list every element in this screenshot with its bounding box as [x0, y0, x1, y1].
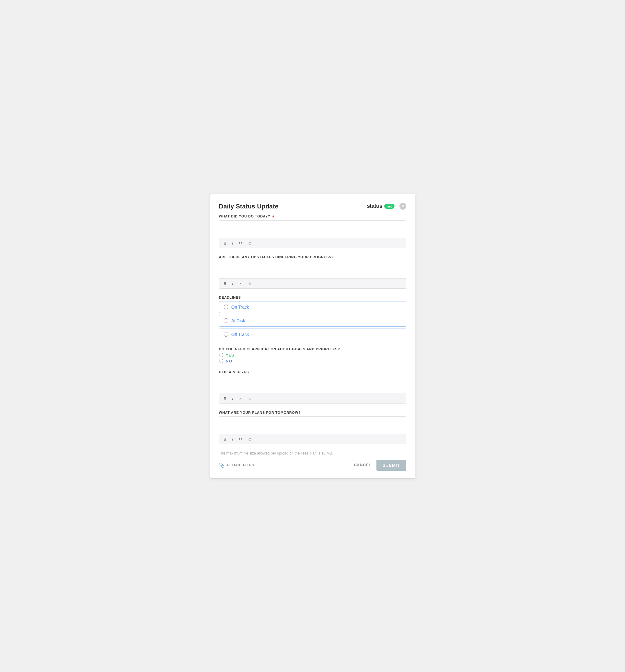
submit-button[interactable]: SUBMIT — [377, 460, 406, 471]
italic-button-4[interactable]: I — [231, 436, 235, 442]
deadline-on-track[interactable]: On Track — [219, 301, 406, 313]
deadline-at-risk[interactable]: At Risk — [219, 315, 406, 327]
emoji-button-3[interactable]: ☺ — [247, 396, 253, 402]
tomorrow-editor: B I ⚯ ☺ — [219, 416, 406, 444]
tomorrow-toolbar: B I ⚯ ☺ — [219, 434, 406, 444]
modal-container: Daily Status Update status net × WHAT DI… — [210, 194, 415, 479]
italic-button-3[interactable]: I — [231, 396, 235, 402]
link-button-1[interactable]: ⚯ — [238, 240, 244, 246]
brand-area: status net × — [367, 203, 406, 210]
bold-button-2[interactable]: B — [222, 281, 228, 287]
close-button[interactable]: × — [400, 203, 406, 210]
emoji-button-2[interactable]: ☺ — [247, 281, 253, 287]
field-today-editor: B I ⚯ ☺ — [219, 220, 406, 248]
deadline-off-track-label: Off Track — [232, 332, 249, 337]
link-button-4[interactable]: ⚯ — [238, 436, 244, 442]
cancel-button[interactable]: CANCEL — [354, 463, 371, 467]
modal-header: Daily Status Update status net × — [219, 203, 406, 210]
bold-button-4[interactable]: B — [222, 436, 228, 442]
link-button-2[interactable]: ⚯ — [238, 281, 244, 287]
field-obstacles-editor: B I ⚯ ☺ — [219, 261, 406, 289]
attach-label: ATTACH FILES — [226, 463, 255, 467]
tomorrow-label: WHAT ARE YOUR PLANS FOR TOMORROW? — [219, 411, 406, 414]
bold-button-3[interactable]: B — [222, 396, 228, 402]
clarification-yes[interactable]: YES — [219, 353, 406, 358]
footer-actions: CANCEL SUBMIT — [354, 460, 406, 471]
form-footer: 📎 ATTACH FILES CANCEL SUBMIT — [219, 460, 406, 471]
deadline-at-risk-radio[interactable] — [224, 318, 229, 323]
deadline-off-track-radio[interactable] — [224, 332, 229, 337]
attach-files-button[interactable]: 📎 ATTACH FILES — [219, 463, 255, 467]
brand-badge: net — [384, 204, 394, 209]
file-size-note: The maximum file size allowed per upload… — [219, 451, 406, 455]
deadlines-section: DEADLINES On Track At Risk Off Track — [219, 295, 406, 340]
modal-title-block: Daily Status Update — [219, 203, 279, 210]
field-obstacles-label: ARE THERE ANY OBSTACLES HINDERING YOUR P… — [219, 255, 406, 259]
clarification-no-label: NO — [226, 359, 233, 363]
tomorrow-section: WHAT ARE YOUR PLANS FOR TOMORROW? B I ⚯ … — [219, 411, 406, 444]
bold-button-1[interactable]: B — [222, 240, 228, 246]
clarification-label: DO YOU NEED CLARIFICATION ABOUT GOALS AN… — [219, 347, 406, 351]
explain-toolbar: B I ⚯ ☺ — [219, 393, 406, 404]
field-obstacles-toolbar: B I ⚯ ☺ — [219, 279, 406, 288]
clarification-no-radio[interactable] — [219, 359, 223, 363]
deadline-at-risk-label: At Risk — [232, 318, 245, 323]
deadlines-radio-group: On Track At Risk Off Track — [219, 301, 406, 340]
clarification-radio-group: YES NO — [219, 353, 406, 363]
field-today-toolbar: B I ⚯ ☺ — [219, 238, 406, 248]
italic-button-2[interactable]: I — [231, 281, 235, 287]
brand-name: status — [367, 203, 382, 209]
emoji-button-1[interactable]: ☺ — [247, 240, 253, 246]
clarification-no[interactable]: NO — [219, 359, 406, 363]
required-indicator: ★ — [271, 214, 275, 218]
field-today-section: WHAT DID YOU DO TODAY?★ B I ⚯ ☺ — [219, 214, 406, 248]
explain-input[interactable] — [219, 376, 406, 392]
deadline-off-track[interactable]: Off Track — [219, 329, 406, 340]
clarification-yes-label: YES — [226, 353, 235, 358]
field-today-label: WHAT DID YOU DO TODAY?★ — [219, 214, 406, 218]
link-button-3[interactable]: ⚯ — [238, 396, 244, 402]
explain-editor: B I ⚯ ☺ — [219, 376, 406, 404]
field-today-input[interactable] — [219, 221, 406, 237]
field-obstacles-section: ARE THERE ANY OBSTACLES HINDERING YOUR P… — [219, 255, 406, 289]
field-obstacles-input[interactable] — [219, 261, 406, 277]
attach-icon: 📎 — [219, 463, 224, 467]
clarification-section: DO YOU NEED CLARIFICATION ABOUT GOALS AN… — [219, 347, 406, 363]
modal-title: Daily Status Update — [219, 203, 279, 210]
deadlines-label: DEADLINES — [219, 295, 406, 299]
deadline-on-track-label: On Track — [232, 305, 249, 310]
deadline-on-track-radio[interactable] — [224, 305, 229, 309]
explain-section: EXPLAIN IF YES B I ⚯ ☺ — [219, 370, 406, 404]
explain-label: EXPLAIN IF YES — [219, 370, 406, 374]
emoji-button-4[interactable]: ☺ — [247, 436, 253, 442]
clarification-yes-radio[interactable] — [219, 353, 223, 357]
tomorrow-input[interactable] — [219, 416, 406, 433]
italic-button-1[interactable]: I — [231, 240, 235, 246]
